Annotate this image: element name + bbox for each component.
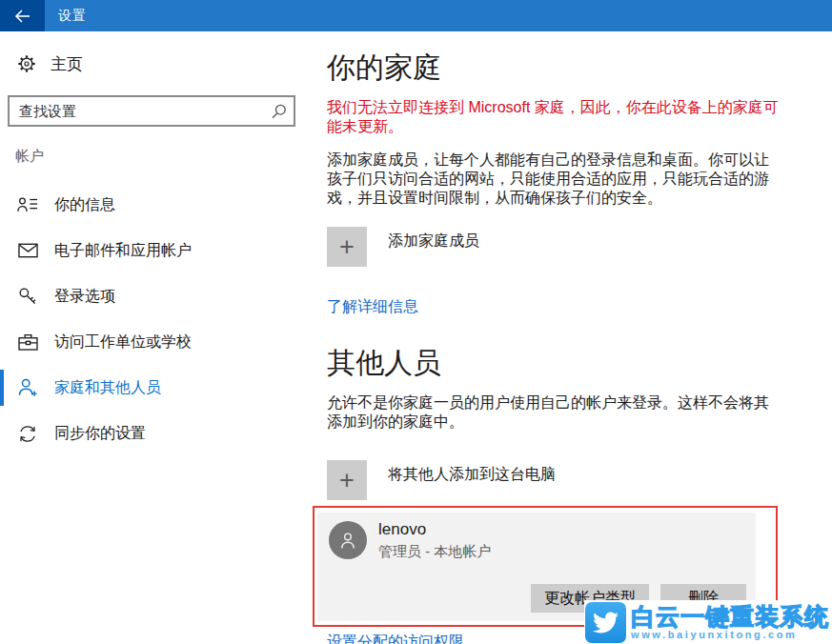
back-arrow-icon <box>14 10 30 23</box>
key-icon <box>17 287 38 306</box>
sidebar-section-accounts: 帐户 <box>15 148 316 166</box>
person-add-icon <box>17 378 38 397</box>
sidebar-item-label: 同步你的设置 <box>54 424 146 444</box>
briefcase-icon <box>17 333 38 351</box>
family-description: 添加家庭成员，让每个人都能有自己的登录信息和桌面。你可以让孩子们只访问合适的网站… <box>327 151 782 208</box>
sidebar-item-label: 访问工作单位或学校 <box>54 332 192 352</box>
add-family-member-row: + 添加家庭成员 <box>327 227 832 267</box>
gear-icon <box>17 54 36 73</box>
person-icon <box>336 529 359 552</box>
sidebar-item-sync-settings[interactable]: 同步你的设置 <box>0 411 316 456</box>
window-title: 设置 <box>45 0 87 31</box>
watermark-text: 白云一键重装系统 www.baiyunxitong.com <box>631 605 829 640</box>
sidebar-nav: 你的信息 电子邮件和应用帐户 <box>0 182 316 456</box>
twitter-bird-badge <box>585 602 626 643</box>
sidebar-item-label: 你的信息 <box>54 195 115 215</box>
watermark-url: www.baiyunxitong.com <box>631 630 797 640</box>
family-section-title: 你的家庭 <box>327 50 832 85</box>
site-watermark: 白云一键重装系统 www.baiyunxitong.com <box>584 600 832 644</box>
titlebar: 设置 <box>0 0 832 31</box>
sidebar-item-label: 电子邮件和应用帐户 <box>54 241 192 261</box>
other-people-section-title: 其他人员 <box>327 346 832 380</box>
plus-icon: + <box>339 466 355 495</box>
family-connection-error: 我们无法立即连接到 Microsoft 家庭，因此，你在此设备上的家庭可能未更新… <box>327 98 782 136</box>
twitter-icon <box>593 610 619 635</box>
avatar <box>329 521 367 559</box>
account-name: lenovo <box>378 520 426 539</box>
user-info-icon <box>17 196 38 213</box>
add-other-user-row: + 将其他人添加到这台电脑 <box>327 460 832 500</box>
sidebar-item-label: 登录选项 <box>54 287 115 307</box>
add-family-member-label: 添加家庭成员 <box>388 231 479 252</box>
sidebar-item-home[interactable]: 主页 <box>17 51 316 76</box>
settings-window: 设置 主页 <box>0 0 832 644</box>
sidebar: 主页 帐户 你的信息 <box>0 31 316 456</box>
search-input[interactable] <box>10 103 265 119</box>
other-people-description: 允许不是你家庭一员的用户使用自己的帐户来登录。这样不会将其添加到你的家庭中。 <box>327 393 782 432</box>
email-icon <box>17 243 38 258</box>
plus-icon: + <box>339 232 355 262</box>
add-other-user-button[interactable]: + <box>327 460 367 500</box>
main-content: 你的家庭 我们无法立即连接到 Microsoft 家庭，因此，你在此设备上的家庭… <box>327 31 832 644</box>
sidebar-item-email-accounts[interactable]: 电子邮件和应用帐户 <box>0 228 316 273</box>
learn-more-link[interactable]: 了解详细信息 <box>327 297 418 317</box>
back-button[interactable] <box>0 0 45 31</box>
watermark-brand: 白云一键重装系统 <box>631 605 829 629</box>
sidebar-item-work-school[interactable]: 访问工作单位或学校 <box>0 319 316 365</box>
sync-icon <box>17 425 38 443</box>
add-family-member-button[interactable]: + <box>327 227 367 267</box>
search-icon[interactable] <box>265 103 294 120</box>
sidebar-item-label: 家庭和其他人员 <box>54 378 161 398</box>
search-box <box>8 95 295 127</box>
sidebar-home-label: 主页 <box>51 53 83 75</box>
add-other-user-label: 将其他人添加到这台电脑 <box>388 465 556 485</box>
sidebar-item-your-info[interactable]: 你的信息 <box>0 182 316 228</box>
sidebar-item-family-other-people[interactable]: 家庭和其他人员 <box>0 365 316 411</box>
account-role: 管理员 - 本地帐户 <box>378 543 491 561</box>
sidebar-item-signin-options[interactable]: 登录选项 <box>0 273 316 319</box>
